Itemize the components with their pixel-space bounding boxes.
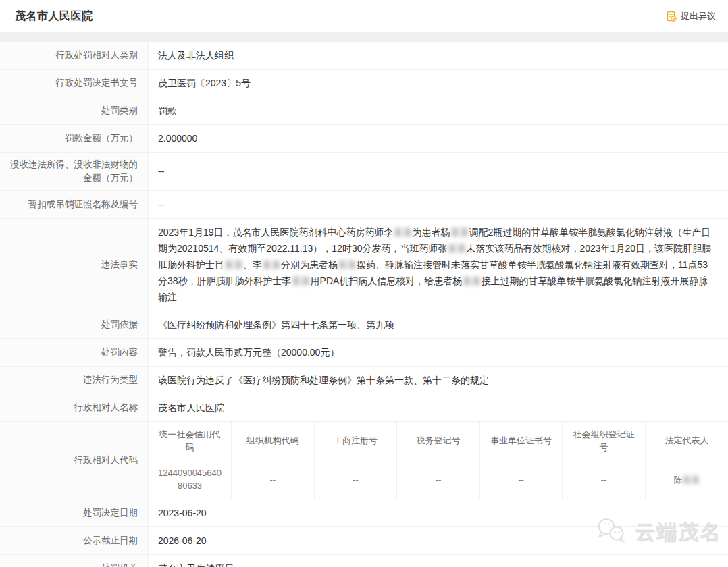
field-value: -- [149,153,728,190]
row-penalty-basis: 处罚依据 《医疗纠纷预防和处理条例》第四十七条第一项、第九项 [0,311,728,339]
party-codes-table-wrapper: 统一社会信用代码 组织机构代码 工商注册号 税务登记号 事业单位证书号 社会组织… [149,422,728,499]
redacted-name: 某某 [450,227,469,238]
field-label: 罚款金额（万元） [0,125,149,152]
social-org-cert-no-value: -- [563,460,646,499]
redacted-name: 某某 [292,275,311,286]
row-party-type: 行政处罚相对人类别 法人及非法人组织 [0,42,728,70]
field-label: 处罚依据 [0,311,149,338]
row-fine-amount: 罚款金额（万元） 2.000000 [0,125,728,153]
field-value: 警告，罚款人民币贰万元整（20000.00元） [149,339,728,366]
fact-text: 分别为患者杨 [281,259,338,270]
fact-text: 、李 [243,259,262,270]
field-label: 处罚决定日期 [0,500,149,526]
field-value: 2026-06-20 [149,527,728,554]
field-value: 罚款 [149,97,728,124]
field-label: 违法行为类型 [0,367,149,394]
row-penalty-authority: 处罚机关 茂名市卫生健康局 [0,555,728,567]
row-penalty-content: 处罚内容 警告，罚款人民币贰万元整（20000.00元） [0,339,728,367]
business-reg-no-value: -- [314,460,397,499]
redacted-name: 某某 [224,259,243,270]
field-value: 法人及非法人组织 [149,42,728,69]
field-label: 行政处罚相对人类别 [0,42,149,69]
redacted-name: 某某 [338,259,357,270]
redacted-name: 某某 [682,475,700,485]
raise-objection-button[interactable]: 提出异议 [666,10,716,22]
penalty-record-page: 茂名市人民医院 提出异议 行政处罚相对人类别 法人及非法人组织 行政处罚决定书文… [0,0,728,567]
field-label: 行政相对人名称 [0,394,149,421]
codes-header-row: 统一社会信用代码 组织机构代码 工商注册号 税务登记号 事业单位证书号 社会组织… [149,422,728,460]
credit-code-value: 124409004564080633 [149,460,232,499]
row-decision-date: 处罚决定日期 2023-06-20 [0,500,728,527]
field-value: 茂名市人民医院 [149,394,728,421]
legal-rep-value: 陈某某 [645,460,728,499]
party-codes-table: 统一社会信用代码 组织机构代码 工商注册号 税务登记号 事业单位证书号 社会组织… [149,422,728,499]
objection-document-icon [666,11,677,22]
fact-text: 为患者杨 [413,227,450,238]
field-value: 《医疗纠纷预防和处理条例》第四十七条第一项、第九项 [149,311,728,338]
field-value: 2023-06-20 [149,500,728,526]
row-violation-type: 违法行为类型 该医院行为违反了《医疗纠纷预防和处理条例》第十条第一款、第十二条的… [0,367,728,394]
violation-facts-text: 2023年1月19日，茂名市人民医院药剂科中心药房药师李某某为患者杨某某调配2瓶… [149,219,728,310]
field-label: 处罚类别 [0,97,149,124]
org-code-value: -- [232,460,315,499]
row-party-name: 行政相对人名称 茂名市人民医院 [0,394,728,422]
row-violation-facts: 违法事实 2023年1月19日，茂名市人民医院药剂科中心药房药师李某某为患者杨某… [0,219,728,311]
field-value: -- [149,191,728,218]
tax-reg-no-value: -- [397,460,480,499]
field-label: 公示截止日期 [0,527,149,554]
field-label: 没收违法所得、没收非法财物的金额（万元） [0,153,149,190]
page-title: 茂名市人民医院 [15,9,93,24]
institution-cert-no-value: -- [479,460,563,499]
redacted-name: 某某 [394,227,413,238]
redacted-name: 某某 [462,275,481,286]
row-party-codes: 行政相对人代码 统一社会信用代码 组织机构代码 工商注册号 税务登记号 事业单位… [0,422,728,500]
row-confiscation: 没收违法所得、没收非法财物的金额（万元） -- [0,153,728,191]
field-value: 该医院行为违反了《医疗纠纷预防和处理条例》第十条第一款、第十二条的规定 [149,367,728,394]
field-label: 处罚机关 [0,555,149,567]
field-value: 2.000000 [149,125,728,152]
row-license-revocation: 暂扣或吊销证照名称及编号 -- [0,191,728,219]
section-divider [0,32,728,42]
field-label: 行政相对人代码 [0,422,149,499]
row-doc-no: 行政处罚决定书文号 茂卫医罚〔2023〕5号 [0,70,728,97]
col-tax-reg-no: 税务登记号 [397,422,480,460]
col-social-org-cert-no: 社会组织登记证号 [563,422,646,460]
objection-label: 提出异议 [681,10,716,22]
col-legal-rep: 法定代表人 [645,422,728,460]
redacted-name: 某某 [262,259,281,270]
col-institution-cert-no: 事业单位证书号 [479,422,563,460]
redacted-name: 某某 [447,243,466,254]
field-label: 违法事实 [0,219,149,310]
col-org-code: 组织机构代码 [232,422,315,460]
row-penalty-category: 处罚类别 罚款 [0,97,728,125]
row-publicity-deadline: 公示截止日期 2026-06-20 [0,527,728,555]
legal-rep-surname: 陈 [673,475,682,485]
field-label: 暂扣或吊销证照名称及编号 [0,191,149,218]
fact-text: 2023年1月19日，茂名市人民医院药剂科中心药房药师李 [158,227,394,238]
field-label: 行政处罚决定书文号 [0,70,149,97]
top-bar: 茂名市人民医院 提出异议 [0,0,728,32]
col-business-reg-no: 工商注册号 [314,422,397,460]
field-label: 处罚内容 [0,339,149,366]
field-value: 茂卫医罚〔2023〕5号 [149,70,728,97]
penalty-detail-table: 行政处罚相对人类别 法人及非法人组织 行政处罚决定书文号 茂卫医罚〔2023〕5… [0,42,728,567]
field-value: 茂名市卫生健康局 [149,555,728,567]
fact-text: 用PDA机扫病人信息核对，给患者杨 [311,275,463,286]
col-credit-code: 统一社会信用代码 [149,422,232,460]
codes-value-row: 124409004564080633 -- -- -- -- -- 陈某某 [149,460,728,499]
